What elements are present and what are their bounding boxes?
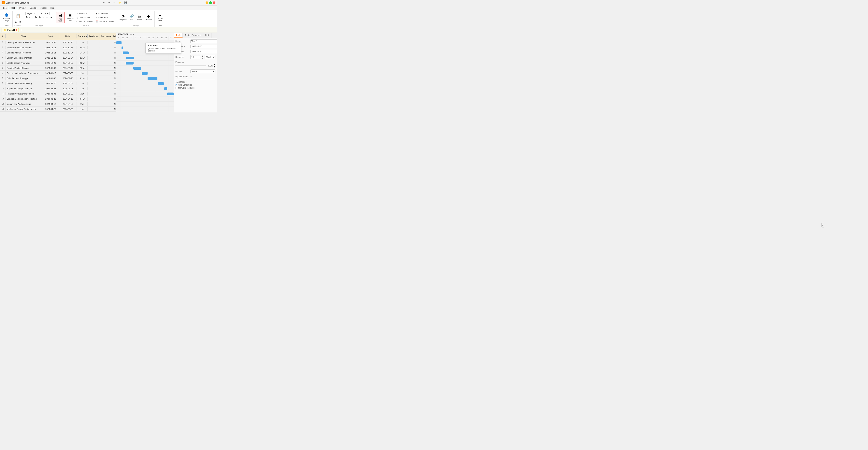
gantt-cell [121, 66, 125, 71]
align-center-btn[interactable]: ≡≡ [45, 16, 49, 19]
cut-btn[interactable]: ✂ [14, 20, 18, 24]
panel-tab-assign-resource[interactable]: Assign Resource [183, 33, 203, 38]
font-color-btn[interactable]: A▾ [34, 16, 38, 19]
display-level-btn[interactable]: ≡ Displaylevel [156, 12, 164, 23]
align-left-btn[interactable]: ≡ [42, 16, 45, 19]
underline-btn[interactable]: U [31, 16, 34, 19]
start-date-input[interactable] [190, 44, 217, 48]
table-row[interactable]: 1 Develop Product Specifications 2023-12… [0, 40, 116, 45]
auto-scheduled-radio[interactable] [175, 84, 177, 86]
table-row[interactable]: 12 Conduct Comprehensive Testing 2024-03… [0, 96, 116, 101]
table-row[interactable]: 15 Obtain Regulatory Approvals 2024-05-0… [0, 112, 116, 113]
gantt-date-header: 2024-01-01 − + [116, 33, 174, 36]
gantt-zoom-out-btn[interactable]: − [130, 33, 132, 36]
name-field-input[interactable] [190, 39, 217, 43]
duration-input[interactable] [190, 55, 200, 59]
table-row[interactable]: 9 Conduct Functional Testing 2024-02-20 … [0, 81, 116, 86]
copy-btn[interactable]: ⧉ [19, 20, 23, 24]
cell-finish: 2024-03-21 [59, 92, 77, 95]
gantt-cell [143, 55, 147, 60]
gantt-cell [147, 101, 151, 107]
highlight-btn[interactable]: A▾ [38, 16, 42, 19]
insert-up-btn[interactable]: ⬆ Insert Up [75, 12, 94, 16]
save-btn[interactable]: 💾 [123, 1, 128, 4]
table-row[interactable]: 2 Finalize Product for Launch 2023-12-13… [0, 45, 116, 50]
gantt-cell [164, 76, 168, 81]
gantt-cell [116, 71, 121, 76]
minimize-btn[interactable] [206, 1, 208, 4]
open-btn[interactable]: 📁 [118, 1, 122, 4]
table-row[interactable]: 5 Create Design Prototypes 2023-12-20 20… [0, 60, 116, 65]
project1-tab[interactable]: 📁 Project1 [2, 28, 19, 32]
gantt-col-header: 5 [155, 36, 160, 40]
align-right-btn[interactable]: ≡▸ [49, 16, 53, 19]
gantt-zoom-in-btn[interactable]: + [132, 33, 135, 36]
hyperlink-add-btn[interactable]: + [190, 75, 192, 78]
menu-task[interactable]: Task [9, 6, 18, 10]
outdent-task-btn[interactable]: ◁ Outdent Task [75, 16, 94, 19]
cell-finish: 2023-12-24 [59, 51, 77, 55]
redo-btn[interactable]: ↪ [107, 1, 111, 4]
paste-btn[interactable]: 📋 [15, 12, 22, 20]
unlink-icon: ⛓ [138, 14, 142, 18]
progress-stepper[interactable]: ▲▼ [213, 63, 215, 68]
cell-start: 2023-12-14 [42, 51, 59, 55]
add-sub-task-btn[interactable]: ⊟ Add SubTask [66, 12, 74, 23]
manual-scheduled-radio[interactable] [175, 87, 177, 89]
table-row[interactable]: 8 Build Product Prototype 2024-01-30 202… [0, 76, 116, 81]
gantt-cell [164, 81, 168, 86]
menu-file[interactable]: File [2, 6, 8, 10]
add-task-btn[interactable]: ⊞ AddTask [56, 12, 64, 23]
table-row[interactable]: 10 Implement Design Changes 2024-03-04 2… [0, 86, 116, 91]
duration-stepper[interactable]: ▲▼ [201, 55, 204, 59]
duration-unit-select[interactable]: Work... [205, 55, 215, 59]
resource-usage-btn[interactable]: 👤 ResourceUsage [2, 12, 11, 23]
panel-hyperlink-row: Hyperlink/File: + [175, 75, 215, 78]
indent-task-btn[interactable]: ▷ Indent Task [95, 16, 116, 19]
cell-task: Create Design Prototypes [5, 61, 42, 65]
close-btn[interactable] [213, 1, 215, 4]
table-row[interactable]: 6 Finalize Product Design 2024-01-03 202… [0, 65, 116, 71]
maximize-btn[interactable] [209, 1, 212, 4]
bold-btn[interactable]: B [26, 16, 28, 19]
more-btn[interactable]: ⌄ [129, 1, 133, 4]
panel-tab-link[interactable]: Link [203, 33, 211, 38]
table-row[interactable]: 4 Design Concept Generation 2023-12-21 2… [0, 55, 116, 60]
col-header-num: # [0, 34, 5, 38]
undo-btn[interactable]: ↩ [102, 1, 106, 4]
col-header-finish: Finish [59, 34, 77, 38]
priority-select[interactable]: None [190, 69, 215, 73]
auto-scheduled-btn[interactable]: ⏱ Auto Scheduled [75, 20, 94, 23]
menu-design[interactable]: Design [28, 6, 38, 10]
table-row[interactable]: 3 Conduct Market Research 2023-12-14 202… [0, 50, 116, 55]
table-row[interactable]: 11 Finalize Product Development 2024-03-… [0, 91, 116, 96]
menu-project[interactable]: Project [18, 6, 28, 10]
table-row[interactable]: 14 Implement Design Refinements 2024-04-… [0, 107, 116, 112]
table-row[interactable]: 7 Procure Materials and Components 2024-… [0, 71, 116, 76]
gantt-cell [129, 107, 134, 112]
add-tab-btn[interactable]: + [20, 28, 23, 32]
italic-btn[interactable]: I [29, 16, 31, 19]
progress-label: Progress [120, 19, 127, 21]
font-size-select[interactable]: 9 [43, 12, 50, 15]
milestone-btn[interactable]: ◆ Milestone [144, 12, 153, 23]
menu-help[interactable]: Help [49, 6, 56, 10]
menu-report[interactable]: Report [38, 6, 48, 10]
cell-duration: 1.4 w [77, 51, 88, 55]
auto-scheduled-radio-label: Auto Scheduled [178, 84, 192, 86]
table-row[interactable]: 13 Identify and Address Bugs 2024-04-12 … [0, 101, 116, 107]
manual-scheduled-btn[interactable]: 📅 Manual Scheduled [95, 20, 116, 23]
end-date-input[interactable] [190, 50, 217, 53]
new-tab-btn[interactable]: ＋ [112, 1, 116, 4]
panel-tab-task[interactable]: Task [174, 33, 183, 38]
insert-down-btn[interactable]: ⬇ Insert Down [95, 12, 116, 16]
link-btn[interactable]: 🔗 Link [128, 12, 135, 23]
gantt-cell [134, 86, 138, 91]
progress-field-label: Progress: [175, 61, 184, 63]
progress-btn[interactable]: ◔ Progress [119, 12, 127, 23]
cell-num: 10 [0, 87, 5, 90]
gantt-cell [138, 76, 143, 81]
font-family-select[interactable]: Segoe UI [26, 12, 43, 15]
unlink-btn[interactable]: ⛓ Unlink [136, 12, 143, 23]
gantt-cell [168, 81, 173, 86]
